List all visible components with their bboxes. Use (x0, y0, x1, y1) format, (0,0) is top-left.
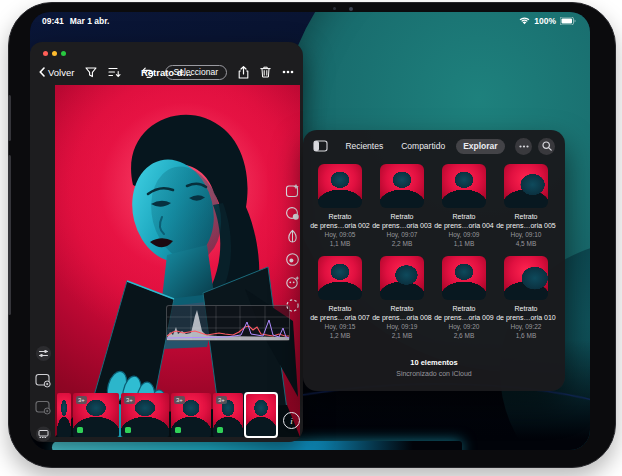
sidebar-toggle-icon[interactable] (313, 140, 328, 152)
minimize-window-button[interactable] (52, 51, 57, 56)
side-button (8, 95, 11, 141)
back-label: Volver (48, 67, 74, 78)
file-date: Hoy, 09:10 (495, 231, 557, 239)
share-icon[interactable] (238, 66, 249, 79)
wallpaper-cyan-glow (52, 441, 462, 450)
file-date: Hoy, 09:15 (309, 323, 371, 331)
product-shot: 09:41 Mar 1 abr. 100% (0, 0, 622, 476)
files-header: Recientes Compartido Explorar (303, 130, 565, 162)
file-date: Hoy, 09:07 (371, 231, 433, 239)
front-camera (349, 7, 353, 11)
retouch-icon[interactable] (284, 274, 301, 291)
side-button (8, 155, 11, 315)
clone-icon[interactable] (284, 297, 301, 314)
preset-button[interactable] (34, 371, 52, 389)
info-button[interactable]: i (283, 412, 300, 429)
filter-icon[interactable] (85, 67, 97, 78)
file-item[interactable]: Retratode prens…oria 002 Hoy, 09:05 1,1 … (309, 164, 371, 248)
adjustments-button[interactable] (34, 344, 52, 362)
color-adjust-icon[interactable] (284, 205, 301, 222)
file-size: 1,2 MB (309, 332, 371, 340)
tab-recientes[interactable]: Recientes (338, 139, 390, 154)
file-thumbnail (380, 164, 424, 208)
select-button[interactable]: Seleccionar (165, 65, 227, 80)
ipad-screen: 09:41 Mar 1 abr. 100% (30, 12, 590, 450)
files-footer: 10 elementos Sincronizado con iCloud (303, 358, 565, 377)
clock: 09:41 (42, 16, 64, 26)
vignette-icon[interactable] (284, 251, 301, 268)
search-button[interactable] (538, 138, 555, 155)
file-thumbnail (504, 164, 548, 208)
file-size: 2,1 MB (371, 332, 433, 340)
more-icon[interactable] (282, 70, 294, 74)
battery-icon (560, 17, 576, 25)
file-size: 2,2 MB (371, 240, 433, 248)
file-item[interactable]: Retratode prens…oria 003 Hoy, 09:07 2,2 … (371, 164, 433, 248)
close-window-button[interactable] (43, 51, 48, 56)
edited-badge (125, 427, 131, 433)
file-thumbnail (442, 164, 486, 208)
zoom-window-button[interactable] (61, 51, 66, 56)
auto-enhance-icon[interactable] (284, 182, 301, 199)
tab-explorar[interactable]: Explorar (456, 139, 505, 154)
trash-icon[interactable] (260, 66, 271, 78)
selective-color-icon[interactable] (284, 228, 301, 245)
file-item[interactable]: Retratode prens…oria 009 Hoy, 09:20 2,6 … (433, 256, 495, 340)
more-options-button[interactable] (515, 138, 532, 155)
filmstrip-thumb[interactable]: 3+ (121, 393, 169, 437)
photo-editor-window: Volver Retrato d… Seleccionar (30, 42, 303, 442)
wifi-icon (519, 17, 530, 25)
back-button[interactable]: Volver (39, 67, 74, 78)
date: Mar 1 abr. (70, 16, 110, 26)
sync-status: Sincronizado con iCloud (303, 370, 565, 377)
sort-icon[interactable] (108, 67, 121, 78)
file-thumbnail (318, 256, 362, 300)
file-item[interactable]: Retratode prens…oria 007 Hoy, 09:15 1,2 … (309, 256, 371, 340)
file-size: 4,5 MB (495, 240, 557, 248)
item-count: 10 elementos (303, 358, 565, 367)
files-grid: Retratode prens…oria 002 Hoy, 09:05 1,1 … (309, 164, 559, 348)
file-date: Hoy, 09:22 (495, 323, 557, 331)
edited-badge (217, 427, 223, 433)
file-date: Hoy, 09:20 (433, 323, 495, 331)
battery-percent: 100% (534, 16, 556, 26)
file-size: 1,1 MB (309, 240, 371, 248)
file-size: 1,6 MB (495, 332, 557, 340)
files-tabs: Recientes Compartido Explorar (338, 139, 504, 154)
file-thumbnail (504, 256, 548, 300)
filmstrip-thumb[interactable]: 3+ (73, 393, 119, 437)
file-thumbnail (318, 164, 362, 208)
edit-tool-rail (284, 182, 301, 314)
file-item[interactable]: Retratode prens…oria 004 Hoy, 09:09 1,1 … (433, 164, 495, 248)
file-size: 1,1 MB (433, 240, 495, 248)
view-options-rail (32, 344, 54, 443)
files-browser-panel: Recientes Compartido Explorar Retratode … (303, 130, 565, 391)
front-camera (333, 7, 336, 10)
file-date: Hoy, 09:05 (309, 231, 371, 239)
file-item[interactable]: Retratode prens…oria 005 Hoy, 09:10 4,5 … (495, 164, 557, 248)
tab-compartido[interactable]: Compartido (394, 139, 452, 154)
file-thumbnail (380, 256, 424, 300)
status-bar: 09:41 Mar 1 abr. 100% (30, 14, 590, 28)
preset-button-dimmed[interactable] (34, 398, 52, 416)
filmstrip-thumb[interactable] (57, 393, 71, 437)
filmstrip-thumb[interactable]: 3+ (213, 393, 243, 437)
filmstrip-thumb-selected[interactable] (245, 393, 277, 437)
file-thumbnail (442, 256, 486, 300)
window-controls[interactable] (43, 51, 66, 56)
file-size: 2,6 MB (433, 332, 495, 340)
filmstrip-toggle-button[interactable] (34, 425, 52, 443)
editor-toolbar: Volver Retrato d… Seleccionar (30, 61, 303, 83)
filmstrip: 3+ 3+ 3+ 3+ (57, 393, 277, 437)
undo-icon[interactable] (142, 67, 154, 78)
file-item[interactable]: Retratode prens…oria 008 Hoy, 09:19 2,1 … (371, 256, 433, 340)
edited-badge (175, 427, 181, 433)
filmstrip-thumb[interactable]: 3+ (171, 393, 211, 437)
edited-badge (77, 427, 83, 433)
portrait-figure (55, 85, 300, 437)
histogram-panel (166, 305, 290, 341)
photo-canvas[interactable] (55, 85, 300, 437)
file-date: Hoy, 09:19 (371, 323, 433, 331)
file-date: Hoy, 09:09 (433, 231, 495, 239)
file-item[interactable]: Retratode prens…oria 010 Hoy, 09:22 1,6 … (495, 256, 557, 340)
